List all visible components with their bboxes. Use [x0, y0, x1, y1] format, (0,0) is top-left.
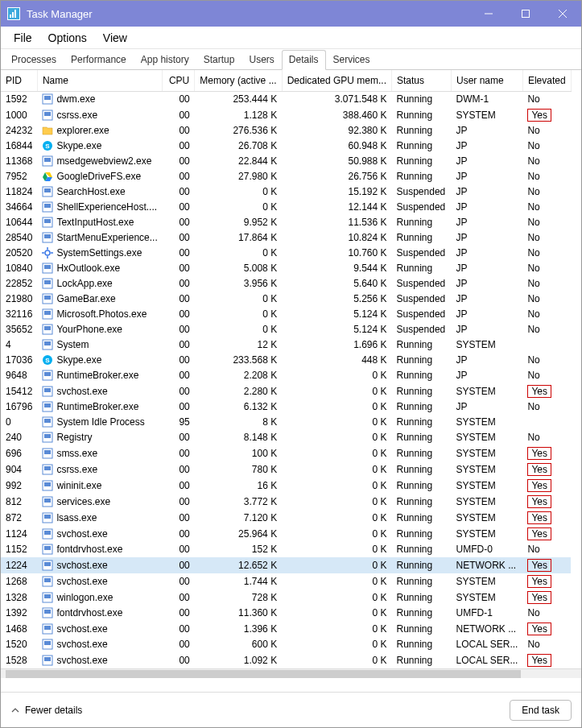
table-row[interactable]: 21980GameBar.exe000 K5.256 KSuspendedJPN… — [1, 292, 571, 307]
tab-services[interactable]: Services — [326, 50, 378, 70]
horizontal-scrollbar[interactable] — [1, 668, 581, 678]
process-name-label: svchost.exe — [56, 639, 107, 650]
cell-user: JP — [452, 368, 523, 383]
column-header-name[interactable]: Name — [37, 70, 162, 92]
table-row[interactable]: 22852LockApp.exe003.956 K5.640 KSuspende… — [1, 276, 571, 292]
cell-memory: 6.132 K — [195, 399, 282, 415]
table-row[interactable]: 1124svchost.exe0025.964 K0 KRunningSYSTE… — [1, 526, 571, 542]
cell-cpu: 00 — [163, 92, 195, 107]
app-icon — [42, 263, 53, 274]
table-row[interactable]: 10644TextInputHost.exe009.952 K11.536 KR… — [1, 215, 571, 230]
cell-name: wininit.exe — [37, 478, 162, 494]
table-row[interactable]: 240Registry008.148 K0 KRunningSYSTEMNo — [1, 430, 571, 445]
table-row[interactable]: 1268svchost.exe001.744 K0 KRunningSYSTEM… — [1, 573, 571, 589]
cell-elevated: Yes — [522, 107, 571, 123]
cell-name: SearchHost.exe — [37, 184, 162, 200]
cell-elevated: Yes — [522, 589, 571, 606]
table-row[interactable]: 10840HxOutlook.exe005.008 K9.544 KRunnin… — [1, 261, 571, 276]
app-icon — [42, 544, 53, 555]
cell-cpu: 00 — [163, 261, 195, 276]
table-row[interactable]: 1328winlogon.exe00728 K0 KRunningSYSTEMY… — [1, 589, 571, 606]
column-header-elevated[interactable]: Elevated — [522, 70, 571, 92]
table-row[interactable]: 20520SystemSettings.exe000 K10.760 KSusp… — [1, 246, 571, 261]
table-row[interactable]: 7952GoogleDriveFS.exe0027.980 K26.756 KR… — [1, 169, 571, 184]
menu-file[interactable]: File — [6, 28, 40, 48]
svg-rect-34 — [44, 280, 51, 284]
cell-gpu: 15.192 K — [282, 184, 391, 200]
table-row[interactable]: 32116Microsoft.Photos.exe000 K5.124 KSus… — [1, 307, 571, 322]
cell-elevated: Yes — [522, 494, 571, 510]
tab-users[interactable]: Users — [241, 50, 281, 70]
svg-rect-48 — [44, 388, 51, 392]
tab-startup[interactable]: Startup — [196, 50, 242, 70]
table-row[interactable]: 9648RuntimeBroker.exe002.208 K0 KRunning… — [1, 368, 571, 383]
table-row[interactable]: 34664ShellExperienceHost....000 K12.144 … — [1, 200, 571, 215]
cell-elevated: Yes — [522, 478, 571, 494]
table-row[interactable]: 872lsass.exe007.120 K0 KRunningSYSTEMYes — [1, 510, 571, 526]
column-header-cpu[interactable]: CPU — [163, 70, 195, 92]
table-row[interactable]: 16796RuntimeBroker.exe006.132 K0 KRunnin… — [1, 399, 571, 415]
table-row[interactable]: 1520svchost.exe00600 K0 KRunningLOCAL SE… — [1, 637, 571, 652]
table-row[interactable]: 35652YourPhone.exe000 K5.124 KSuspendedJ… — [1, 322, 571, 337]
cell-memory: 152 K — [195, 542, 282, 557]
process-table: PIDNameCPUMemory (active ...Dedicated GP… — [1, 70, 572, 668]
column-header-user[interactable]: User name — [452, 70, 523, 92]
close-button[interactable] — [544, 1, 581, 27]
cell-gpu: 5.256 K — [282, 292, 391, 307]
process-name-label: smss.exe — [56, 448, 97, 459]
column-header-memory[interactable]: Memory (active ... — [195, 70, 282, 92]
cell-user: JP — [452, 200, 523, 215]
tab-app-history[interactable]: App history — [134, 50, 196, 70]
table-row[interactable]: 17036SSkype.exe00233.568 K448 KRunningJP… — [1, 353, 571, 368]
table-row[interactable]: 0System Idle Process958 K0 KRunningSYSTE… — [1, 415, 571, 430]
elevated-badge: No — [527, 370, 539, 381]
cell-user: JP — [452, 123, 523, 139]
menu-options[interactable]: Options — [40, 28, 95, 48]
table-row[interactable]: 16844SSkype.exe0026.708 K60.948 KRunning… — [1, 139, 571, 154]
svg-rect-21 — [44, 204, 51, 208]
process-name-label: RuntimeBroker.exe — [56, 401, 138, 412]
table-row[interactable]: 812services.exe003.772 K0 KRunningSYSTEM… — [1, 494, 571, 510]
cell-user: DWM-1 — [452, 92, 523, 107]
menu-view[interactable]: View — [95, 28, 135, 48]
minimize-button[interactable] — [470, 1, 507, 27]
table-row[interactable]: 904csrss.exe00780 K0 KRunningSYSTEMYes — [1, 461, 571, 478]
process-name-label: msedgewebview2.exe — [56, 155, 151, 167]
cell-name: smss.exe — [37, 445, 162, 461]
table-row[interactable]: 11368msedgewebview2.exe0022.844 K50.988 … — [1, 154, 571, 169]
table-row[interactable]: 4System0012 K1.696 KRunningSYSTEM — [1, 337, 571, 353]
cell-cpu: 00 — [163, 573, 195, 589]
tab-details[interactable]: Details — [282, 50, 326, 70]
cell-user: SYSTEM — [452, 430, 523, 445]
table-row[interactable]: 1152fontdrvhost.exe00152 K0 KRunningUMFD… — [1, 542, 571, 557]
cell-user: JP — [452, 139, 523, 154]
cell-name: LockApp.exe — [37, 276, 162, 292]
table-row[interactable]: 15412svchost.exe002.280 K0 KRunningSYSTE… — [1, 383, 571, 399]
tab-processes[interactable]: Processes — [4, 50, 64, 70]
table-row[interactable]: 1528svchost.exe001.092 K0 KRunningLOCAL … — [1, 652, 571, 668]
cell-memory: 12 K — [195, 337, 282, 353]
column-header-status[interactable]: Status — [392, 70, 452, 92]
table-row[interactable]: 24232explorer.exe00276.536 K92.380 KRunn… — [1, 123, 571, 139]
table-row[interactable]: 1468svchost.exe001.396 K0 KRunningNETWOR… — [1, 621, 571, 637]
table-row[interactable]: 1224svchost.exe0012.652 K0 KRunningNETWO… — [1, 557, 571, 573]
end-task-button[interactable]: End task — [510, 700, 572, 721]
table-row[interactable]: 28540StartMenuExperience...0017.864 K10.… — [1, 230, 571, 246]
table-row[interactable]: 1392fontdrvhost.exe0011.360 K0 KRunningU… — [1, 606, 571, 621]
fewer-details-toggle[interactable]: Fewer details — [10, 705, 82, 716]
cell-elevated: Yes — [522, 557, 571, 573]
maximize-button[interactable] — [507, 1, 544, 27]
app-icon — [42, 110, 53, 121]
column-header-gpu[interactable]: Dedicated GPU mem... — [282, 70, 391, 92]
table-row[interactable]: 992wininit.exe0016 K0 KRunningSYSTEMYes — [1, 478, 571, 494]
elevated-badge: No — [527, 308, 539, 320]
table-row[interactable]: 1592dwm.exe00253.444 K3.071.548 KRunning… — [1, 92, 571, 107]
column-header-pid[interactable]: PID — [1, 70, 37, 92]
tab-performance[interactable]: Performance — [64, 50, 134, 70]
cell-pid: 11368 — [1, 154, 37, 169]
table-row[interactable]: 11824SearchHost.exe000 K15.192 KSuspende… — [1, 184, 571, 200]
table-row[interactable]: 1000csrss.exe001.128 K388.460 KRunningSY… — [1, 107, 571, 123]
table-row[interactable]: 696smss.exe00100 K0 KRunningSYSTEMYes — [1, 445, 571, 461]
app-icon — [42, 480, 53, 491]
cell-pid: 35652 — [1, 322, 37, 337]
